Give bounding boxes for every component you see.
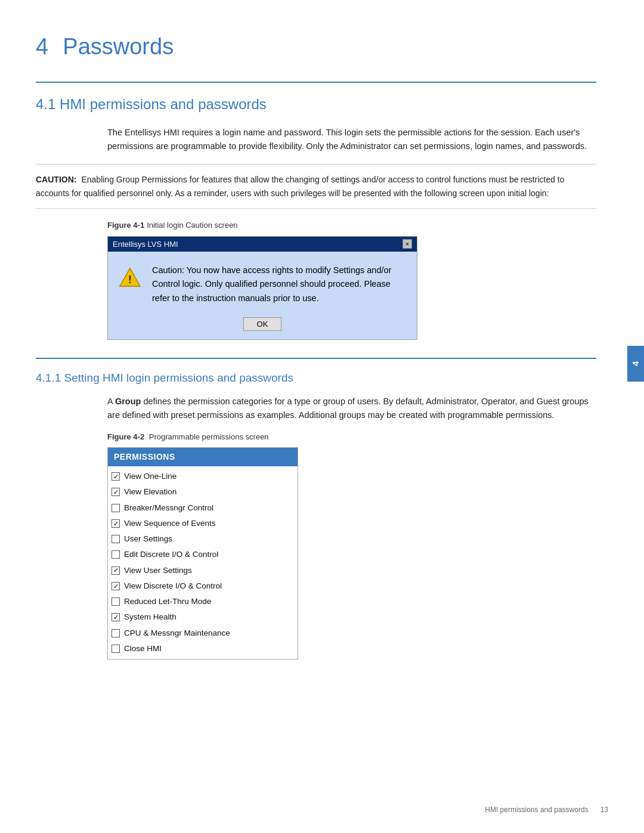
section-body-text: The Entellisys HMI requires a login name… [107, 126, 596, 153]
permission-item: Close HMI [112, 641, 294, 657]
permission-item: Edit Discrete I/O & Control [112, 547, 294, 562]
footer-right: 13 [600, 804, 608, 815]
svg-text:!: ! [128, 273, 132, 286]
dialog-title: Entellisys LVS HMI [113, 239, 178, 250]
permission-label: View One-Line [124, 470, 177, 482]
permission-label: Breaker/Messngr Control [124, 502, 213, 514]
caution-text: Enabling Group Permissions for features … [36, 175, 565, 197]
warning-icon: ! [119, 266, 141, 289]
figure1-dialog: Entellisys LVS HMI × ! Caution: You now … [107, 236, 596, 340]
figure1-label: Figure 4-1Initial login Caution screen [107, 219, 596, 231]
chapter-title: Passwords [63, 34, 174, 59]
permission-checkbox: ✓ [112, 519, 120, 528]
permission-item: Breaker/Messngr Control [112, 500, 294, 516]
figure2-label: Figure 4-2 Programmable permissions scre… [107, 431, 596, 443]
footer-left: HMI permissions and passwords [485, 804, 588, 815]
dialog-close-button[interactable]: × [402, 239, 412, 249]
permissions-header: PERMISSIONS [108, 448, 298, 466]
permission-checkbox: ✓ [112, 566, 120, 575]
permission-label: View User Settings [124, 565, 192, 577]
chapter-side-tab: 4 [627, 346, 644, 382]
permissions-screen: PERMISSIONS ✓View One-Line✓View Elevatio… [107, 447, 596, 659]
dialog-text: Caution: You now have access rights to m… [152, 264, 406, 305]
permission-checkbox [112, 504, 120, 512]
permission-item: ✓View User Settings [112, 563, 294, 578]
page-footer: HMI permissions and passwords 13 [485, 804, 608, 815]
subsection-body-text: A Group defines the permission categorie… [107, 395, 596, 422]
chapter-number: 4 [36, 34, 48, 59]
permission-label: CPU & Messngr Maintenance [124, 627, 230, 639]
permission-item: ✓System Health [112, 609, 294, 625]
permission-checkbox [112, 550, 120, 559]
dialog-ok-button[interactable]: OK [243, 317, 282, 331]
permission-label: Close HMI [124, 643, 162, 655]
permission-item: CPU & Messngr Maintenance [112, 625, 294, 641]
permission-checkbox: ✓ [112, 472, 120, 481]
permission-checkbox [112, 597, 120, 606]
permission-label: Reduced Let-Thru Mode [124, 596, 211, 608]
section-divider [36, 82, 596, 83]
permission-checkbox: ✓ [112, 613, 120, 621]
permission-item: ✓View One-Line [112, 469, 294, 484]
permission-checkbox: ✓ [112, 582, 120, 590]
permission-checkbox [112, 629, 120, 637]
permission-item: ✓View Sequence of Events [112, 516, 294, 531]
permission-label: User Settings [124, 533, 172, 545]
subsection-divider [36, 358, 596, 359]
permission-checkbox: ✓ [112, 488, 120, 496]
permission-item: User Settings [112, 531, 294, 547]
permission-label: View Sequence of Events [124, 518, 216, 529]
permission-item: ✓View Discrete I/O & Control [112, 578, 294, 594]
section-heading: 4.1 HMI permissions and passwords [36, 94, 596, 115]
permission-label: System Health [124, 611, 177, 623]
dialog-titlebar: Entellisys LVS HMI × [108, 237, 417, 252]
caution-label: CAUTION: [36, 175, 76, 184]
permission-label: View Elevation [124, 486, 177, 498]
permission-label: Edit Discrete I/O & Control [124, 549, 218, 561]
permission-item: ✓View Elevation [112, 484, 294, 500]
permissions-list: ✓View One-Line✓View ElevationBreaker/Mes… [108, 466, 298, 659]
permission-item: Reduced Let-Thru Mode [112, 594, 294, 609]
permission-label: View Discrete I/O & Control [124, 580, 222, 592]
permission-checkbox [112, 645, 120, 653]
permission-checkbox [112, 535, 120, 543]
subsection-heading: 4.1.1 Setting HMI login permissions and … [36, 370, 596, 387]
caution-box: CAUTION:Enabling Group Permissions for f… [36, 164, 596, 209]
